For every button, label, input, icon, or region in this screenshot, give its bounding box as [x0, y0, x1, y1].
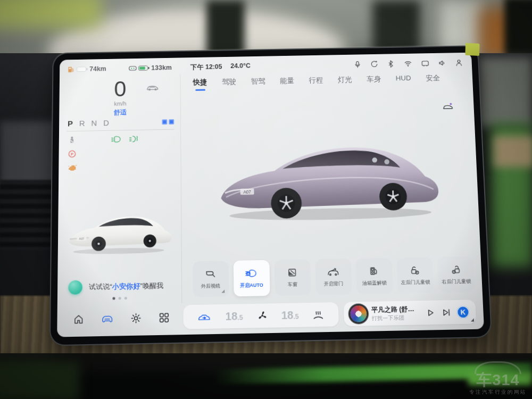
home-icon	[72, 313, 85, 326]
cabin-air-icon[interactable]	[197, 311, 212, 322]
assistant-orb-icon[interactable]	[68, 280, 82, 295]
outside-temperature: 24.0°C	[230, 62, 251, 71]
tab-quick[interactable]: 快捷	[193, 78, 207, 91]
tab-lights[interactable]: 灯光	[338, 75, 352, 88]
watermark-brand: 车314	[469, 372, 527, 388]
voice-wake-icon[interactable]	[370, 60, 379, 69]
quick-control-child-lock-right[interactable]: 右后门儿童锁	[437, 256, 475, 293]
voice-assistant-hint[interactable]: 试试说“小安你好”唤醒我	[65, 279, 174, 298]
watermark-tagline: 专注汽车行业的网站	[469, 389, 527, 396]
fuel-pump-icon	[67, 65, 75, 73]
cluster-car-image: A07	[65, 182, 174, 280]
defrost-icon[interactable]	[312, 309, 325, 320]
rear-fog-light-icon	[129, 135, 140, 144]
tab-energy[interactable]: 能量	[280, 76, 294, 89]
expand-indicator	[221, 289, 225, 293]
bluetooth-icon[interactable]	[386, 59, 395, 68]
child-lock-right-icon	[450, 264, 462, 275]
gear-r: R	[79, 119, 86, 128]
drive-assist-indicators	[162, 119, 174, 124]
time: 下午 12:05	[190, 62, 222, 71]
fuel-door-unlock-icon	[369, 265, 380, 277]
quick-controls: 外后视镜 A 开启AUTO 车窗 开启背门	[193, 256, 475, 303]
passenger-temperature[interactable]: 18.5	[281, 309, 299, 321]
svg-text:A07: A07	[79, 237, 85, 240]
main-panel: 快捷 驾驶 智驾 能量 行程 灯光 车身 HUD 安全	[180, 69, 475, 303]
next-track-button[interactable]	[440, 306, 452, 318]
seatbelt-reminder-icon	[68, 136, 77, 145]
quick-control-tailgate[interactable]: 开启背门	[315, 259, 352, 295]
page-dot[interactable]	[124, 297, 127, 300]
speed-block: 0 km/h 舒适	[66, 77, 174, 118]
gear-n: N	[91, 119, 97, 128]
album-art[interactable]	[350, 305, 367, 322]
window-icon	[287, 267, 298, 278]
quick-control-mirrors[interactable]: 外后视镜	[193, 261, 229, 297]
display: 74km 133km 下午 12:05 24.0°C	[57, 53, 484, 337]
next-track-icon	[440, 306, 452, 318]
cluster-divider	[66, 129, 174, 132]
settings-button[interactable]	[130, 312, 142, 325]
home-button[interactable]	[72, 313, 85, 326]
app-grid-icon	[157, 311, 170, 324]
battery-range: 133km	[129, 64, 172, 72]
parking-brake-icon: P	[67, 149, 77, 159]
media-player[interactable]: 平凡之路 (舒… 打扰一下乐团 K	[344, 300, 476, 326]
assistant-hint-text: 试试说“小安你好”唤醒我	[89, 281, 164, 292]
quick-control-windows[interactable]: 车窗	[274, 259, 311, 296]
svg-text:A07: A07	[244, 189, 252, 194]
gear-indicator: P R N D	[68, 117, 174, 128]
telltale-lights: P	[66, 134, 174, 184]
play-button[interactable]	[424, 306, 436, 318]
tab-trip[interactable]: 行程	[309, 76, 323, 89]
fuel-gauge-icon	[77, 66, 88, 72]
quick-control-child-lock-left[interactable]: 左后门儿童锁	[396, 257, 434, 294]
tab-body[interactable]: 车身	[367, 74, 381, 88]
climate-bar: 18.5 18.5	[183, 302, 339, 329]
status-icons	[353, 58, 463, 69]
gear-icon	[130, 312, 142, 325]
quick-control-fuel-door[interactable]: 油箱盖解锁	[356, 257, 393, 294]
range-indicators: 74km 133km	[67, 64, 180, 73]
page-dot-active[interactable]	[113, 297, 115, 300]
photo-of-car-infotainment: 74km 133km 下午 12:05 24.0°C	[0, 0, 532, 399]
volume-icon[interactable]	[437, 59, 446, 68]
profile-icon[interactable]	[454, 58, 463, 67]
driver-temperature[interactable]: 18.5	[226, 310, 243, 322]
svg-text:P: P	[71, 152, 73, 156]
track-title: 平凡之路 (舒…	[371, 304, 414, 314]
speed-unit: km/h	[66, 99, 173, 107]
tab-driving[interactable]: 驾驶	[222, 77, 236, 90]
vehicle-status-icon	[145, 82, 159, 93]
sticky-note	[465, 43, 479, 56]
main-car-image[interactable]: A07	[191, 86, 473, 262]
wifi-icon[interactable]	[403, 59, 413, 68]
dock	[65, 305, 178, 331]
play-icon	[424, 306, 436, 318]
music-app-badge[interactable]: K	[456, 305, 469, 318]
battery-icon	[138, 65, 150, 71]
quick-control-auto-headlight[interactable]: A 开启AUTO	[233, 260, 270, 297]
drive-mode-badge[interactable]: 舒适	[66, 107, 174, 118]
page-dot[interactable]	[119, 297, 121, 300]
fan-icon[interactable]	[256, 310, 268, 322]
tab-safety[interactable]: 安全	[426, 73, 440, 87]
dashcam-icon[interactable]	[420, 59, 430, 68]
child-lock-left-icon	[409, 264, 421, 276]
apps-button[interactable]	[157, 311, 170, 324]
check-engine-icon	[67, 163, 77, 171]
auto-headlight-icon: A	[245, 268, 258, 279]
tab-hud[interactable]: HUD	[395, 74, 411, 87]
infotainment-screen: 74km 133km 下午 12:05 24.0°C	[51, 46, 491, 345]
car-appearance-icon[interactable]	[442, 101, 454, 112]
low-beam-icon	[111, 135, 122, 144]
vehicle-button[interactable]	[101, 312, 114, 325]
cluster-panel: 0 km/h 舒适 P R N D	[65, 74, 182, 305]
gear-p: P	[68, 119, 73, 128]
content: 0 km/h 舒适 P R N D	[57, 69, 483, 305]
clock-weather: 下午 12:05 24.0°C	[190, 62, 251, 71]
expand-indicator	[471, 318, 474, 321]
tab-smart-drive[interactable]: 智驾	[251, 77, 265, 90]
microphone-icon[interactable]	[353, 60, 362, 69]
side-mirror-icon	[204, 268, 216, 279]
